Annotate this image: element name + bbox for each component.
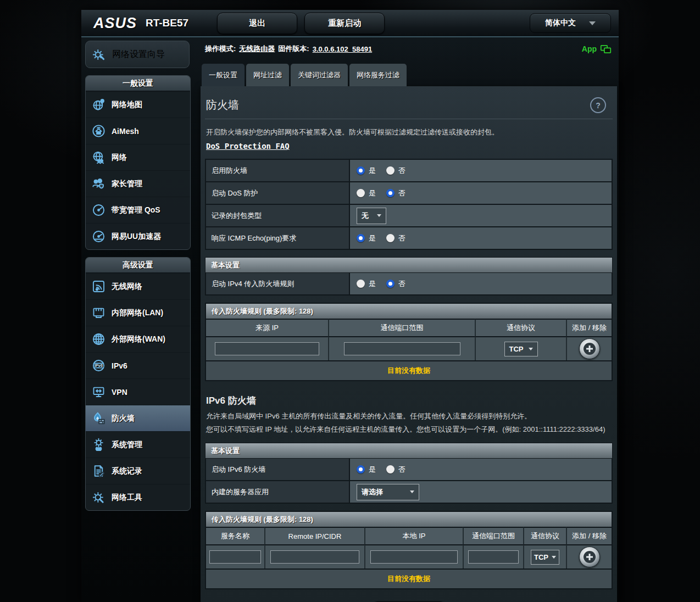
col-header-local-ip: 本地 IP <box>364 527 463 544</box>
administration-icon <box>91 437 106 453</box>
radio-no-label: 否 <box>398 279 405 289</box>
operation-mode-label: 操作模式: <box>205 44 236 54</box>
selected-value: TCP <box>509 345 524 353</box>
dos-protection-label: 启动 DoS 防护 <box>206 182 350 204</box>
sidebar-group-general: 一般设置 网络地图 AiMesh 网络 <box>85 75 191 250</box>
radio-yes-label: 是 <box>369 233 376 243</box>
network-map-icon <box>91 97 106 113</box>
chevron-down-icon <box>410 490 414 493</box>
firmware-version-link[interactable]: 3.0.0.6.102_58491 <box>313 45 372 53</box>
sidebar-item-label: 防火墙 <box>112 414 135 423</box>
tab-network-service-filter[interactable]: 网络服务过滤 <box>349 64 407 86</box>
app-link[interactable]: App <box>582 44 597 53</box>
local-ip-input[interactable] <box>370 550 458 564</box>
top-bar: ASUS RT-BE57 退出 重新启动 简体中文 <box>81 10 619 37</box>
sidebar-item-setup-wizard[interactable]: 网络设置向导 <box>85 41 190 68</box>
col-header-port-range: 通信端口范围 <box>328 319 475 336</box>
ipv6-firewall-radio-yes[interactable] <box>357 465 365 473</box>
uu-accelerator-icon <box>91 229 106 244</box>
ipv6-server-app-select[interactable]: 请选择 <box>357 484 419 500</box>
general-settings-table: 启用防火墙 是 否 启动 DoS 防护 是 <box>205 159 613 250</box>
sidebar-item-wan[interactable]: 外部网络(WAN) <box>86 326 190 352</box>
ipv6-basic-config-table: 启动 IPv6 防火墙 是 否 内建的服务器应用 请选择 <box>205 459 613 504</box>
radio-no-label: 否 <box>398 233 405 243</box>
chevron-down-icon <box>529 348 533 350</box>
icmp-echo-radio-yes[interactable] <box>357 234 365 242</box>
ipv6-firewall-radio-no[interactable] <box>386 465 395 473</box>
ipv6-server-app-row: 内建的服务器应用 请选择 <box>206 480 612 503</box>
router-admin-app: ASUS RT-BE57 退出 重新启动 简体中文 网络设置向导 一般设置 <box>81 10 619 602</box>
sidebar-item-aimesh[interactable]: AiMesh <box>86 118 190 144</box>
col-header-protocol: 通信协议 <box>523 527 566 544</box>
network-tools-icon <box>91 490 106 505</box>
sidebar-item-qos[interactable]: 带宽管理 QoS <box>86 197 190 223</box>
main-content: 操作模式: 无线路由器 固件版本: 3.0.0.6.102_58491 App … <box>201 37 617 602</box>
enable-firewall-radio-no[interactable] <box>386 166 395 175</box>
sidebar-item-label: 网络设置向导 <box>112 49 165 60</box>
ipv6-enable-row: 启动 IPv6 防火墙 是 否 <box>206 459 612 480</box>
radio-no-label: 否 <box>398 166 405 176</box>
dos-protection-radio-no[interactable] <box>386 189 395 197</box>
ipv6-section-title: IPv6 防火墙 <box>206 394 613 407</box>
sidebar-item-wireless[interactable]: 无线网络 <box>86 273 190 299</box>
sidebar-item-label: 外部网络(WAN) <box>112 335 165 344</box>
plus-icon <box>584 343 596 355</box>
sidebar-item-network-map[interactable]: 网络地图 <box>86 91 190 118</box>
ipv6-port-range-input[interactable] <box>468 550 519 564</box>
dos-protection-faq-link[interactable]: DoS Protection FAQ <box>206 142 290 150</box>
icmp-echo-radio-no[interactable] <box>386 234 395 242</box>
enable-firewall-row: 启用防火墙 是 否 <box>206 160 612 181</box>
ipv6-add-rule-button[interactable] <box>579 547 600 567</box>
logged-packet-type-select[interactable]: 无 <box>357 208 386 224</box>
sidebar-item-firewall[interactable]: 防火墙 <box>86 405 190 431</box>
tab-general-settings[interactable]: 一般设置 <box>202 64 245 86</box>
remote-ip-input[interactable] <box>270 550 359 564</box>
ipv4-inbound-rules-row: 启动 IPv4 传入防火墙规则 是 否 <box>206 273 612 294</box>
language-selector[interactable]: 简体中文 <box>530 13 611 33</box>
sidebar-item-lan[interactable]: 内部网络(LAN) <box>86 299 190 326</box>
ipv6-server-app-label: 内建的服务器应用 <box>206 481 350 503</box>
sidebar-item-system-log[interactable]: 系统记录 <box>86 458 190 484</box>
col-header-port-range: 通信端口范围 <box>463 527 523 544</box>
status-bar: 操作模式: 无线路由器 固件版本: 3.0.0.6.102_58491 App <box>201 41 617 57</box>
sidebar-item-label: 系统管理 <box>112 440 142 450</box>
sidebar-item-vpn[interactable]: VPN <box>86 378 190 405</box>
app-devices-icon[interactable] <box>600 44 612 54</box>
service-name-input[interactable] <box>209 550 260 564</box>
tab-keyword-filter[interactable]: 关键词过滤器 <box>291 64 348 86</box>
ipv4-inbound-rules-label: 启动 IPv4 传入防火墙规则 <box>206 273 350 294</box>
selected-value: 无 <box>362 211 369 221</box>
sidebar-item-ipv6[interactable]: IPv6 IPv6 <box>86 352 190 378</box>
sidebar-item-administration[interactable]: 系统管理 <box>86 431 190 458</box>
sidebar-item-uu-accelerator[interactable]: 网易UU加速器 <box>86 223 190 249</box>
reboot-button[interactable]: 重新启动 <box>304 13 385 34</box>
ipv6-description-line2: 您可以不填写远程 IP 地址，以允许来自任何远程主机的流量传入。您也可以设置为一… <box>206 423 612 436</box>
chevron-down-icon <box>377 214 381 217</box>
ipv4-rules-radio-yes[interactable] <box>357 280 365 288</box>
dos-protection-radio-yes[interactable] <box>357 189 365 197</box>
ipv4-protocol-select[interactable]: TCP <box>504 342 538 356</box>
help-icon[interactable]: ? <box>590 97 606 113</box>
asus-logo: ASUS <box>93 15 137 32</box>
source-ip-input[interactable] <box>215 342 320 355</box>
port-range-input[interactable] <box>344 342 460 355</box>
sidebar-item-label: VPN <box>112 388 127 397</box>
radio-no-label: 否 <box>398 465 405 475</box>
sidebar-item-parental-controls[interactable]: 家长管理 <box>86 170 190 197</box>
logout-button[interactable]: 退出 <box>217 13 297 34</box>
col-header-service-name: 服务名称 <box>206 527 264 544</box>
sidebar-group-title-general: 一般设置 <box>86 76 190 91</box>
enable-firewall-radio-yes[interactable] <box>357 166 365 175</box>
sidebar-group-title-advanced: 高级设置 <box>86 258 190 273</box>
ipv4-add-rule-button[interactable] <box>579 338 600 359</box>
sidebar-item-network-tools[interactable]: 网络工具 <box>86 484 190 510</box>
tab-url-filter[interactable]: 网址过滤 <box>246 64 289 86</box>
col-header-add-remove: 添加 / 移除 <box>566 527 612 544</box>
operation-mode-link[interactable]: 无线路由器 <box>239 44 275 54</box>
lan-port-icon <box>91 305 106 321</box>
ipv6-protocol-select[interactable]: TCP <box>531 550 559 565</box>
sidebar-item-network[interactable]: 网络 <box>86 144 190 170</box>
ipv4-rules-radio-no[interactable] <box>386 280 395 288</box>
plus-icon <box>584 551 596 563</box>
radio-no-label: 否 <box>398 188 405 198</box>
